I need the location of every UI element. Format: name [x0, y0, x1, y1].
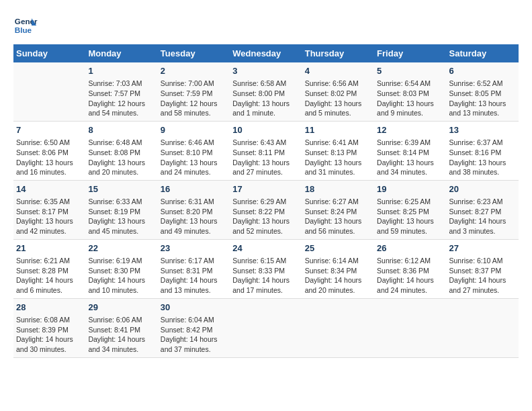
day-number: 13 [449, 124, 516, 136]
day-info: Sunrise: 6:10 AM Sunset: 8:37 PM Dayligh… [449, 256, 516, 295]
day-info: Sunrise: 6:23 AM Sunset: 8:27 PM Dayligh… [449, 197, 516, 236]
day-cell [447, 298, 519, 357]
day-number: 15 [88, 183, 154, 195]
day-info: Sunrise: 6:41 AM Sunset: 8:13 PM Dayligh… [305, 138, 371, 177]
calendar-table: SundayMondayTuesdayWednesdayThursdayFrid… [13, 44, 519, 358]
day-cell: 20Sunrise: 6:23 AM Sunset: 8:27 PM Dayli… [447, 180, 519, 239]
day-info: Sunrise: 6:52 AM Sunset: 8:05 PM Dayligh… [449, 79, 516, 118]
page-header: General Blue [13, 13, 519, 38]
day-info: Sunrise: 6:37 AM Sunset: 8:16 PM Dayligh… [449, 138, 516, 177]
day-cell: 6Sunrise: 6:52 AM Sunset: 8:05 PM Daylig… [447, 62, 519, 121]
logo-icon: General Blue [13, 13, 38, 38]
week-row-3: 14Sunrise: 6:35 AM Sunset: 8:17 PM Dayli… [13, 180, 519, 239]
day-cell: 17Sunrise: 6:29 AM Sunset: 8:22 PM Dayli… [230, 180, 302, 239]
svg-text:Blue: Blue [15, 26, 32, 34]
day-cell: 29Sunrise: 6:06 AM Sunset: 8:41 PM Dayli… [85, 298, 157, 357]
day-info: Sunrise: 6:54 AM Sunset: 8:03 PM Dayligh… [377, 79, 443, 118]
day-number: 30 [161, 302, 227, 314]
day-number: 6 [449, 65, 516, 77]
day-info: Sunrise: 6:14 AM Sunset: 8:34 PM Dayligh… [305, 256, 371, 295]
day-cell: 9Sunrise: 6:46 AM Sunset: 8:10 PM Daylig… [158, 121, 230, 180]
week-row-1: 1Sunrise: 7:03 AM Sunset: 7:57 PM Daylig… [13, 62, 519, 121]
day-number: 21 [16, 242, 83, 255]
day-cell: 5Sunrise: 6:54 AM Sunset: 8:03 PM Daylig… [374, 62, 446, 121]
day-cell: 3Sunrise: 6:58 AM Sunset: 8:00 PM Daylig… [230, 62, 302, 121]
day-cell [374, 298, 446, 357]
day-info: Sunrise: 6:04 AM Sunset: 8:42 PM Dayligh… [161, 315, 227, 355]
day-cell: 15Sunrise: 6:33 AM Sunset: 8:19 PM Dayli… [85, 180, 157, 239]
day-cell [13, 62, 85, 121]
column-headers: SundayMondayTuesdayWednesdayThursdayFrid… [13, 44, 519, 62]
day-info: Sunrise: 6:06 AM Sunset: 8:41 PM Dayligh… [88, 315, 154, 355]
day-number: 24 [232, 242, 299, 255]
day-cell: 24Sunrise: 6:15 AM Sunset: 8:33 PM Dayli… [230, 239, 302, 298]
day-number: 20 [449, 183, 516, 195]
day-number: 16 [161, 183, 227, 195]
column-header-tuesday: Tuesday [158, 44, 230, 62]
column-header-friday: Friday [374, 44, 446, 62]
day-number: 2 [161, 65, 227, 77]
calendar-body: 1Sunrise: 7:03 AM Sunset: 7:57 PM Daylig… [13, 62, 519, 357]
day-cell: 4Sunrise: 6:56 AM Sunset: 8:02 PM Daylig… [302, 62, 374, 121]
day-info: Sunrise: 6:31 AM Sunset: 8:20 PM Dayligh… [161, 197, 227, 236]
day-number: 11 [305, 124, 371, 136]
week-row-2: 7Sunrise: 6:50 AM Sunset: 8:06 PM Daylig… [13, 121, 519, 180]
day-cell: 14Sunrise: 6:35 AM Sunset: 8:17 PM Dayli… [13, 180, 85, 239]
day-cell: 25Sunrise: 6:14 AM Sunset: 8:34 PM Dayli… [302, 239, 374, 298]
day-info: Sunrise: 6:17 AM Sunset: 8:31 PM Dayligh… [161, 256, 227, 295]
column-header-thursday: Thursday [302, 44, 374, 62]
day-info: Sunrise: 6:48 AM Sunset: 8:08 PM Dayligh… [88, 138, 154, 177]
column-header-saturday: Saturday [447, 44, 519, 62]
day-info: Sunrise: 6:15 AM Sunset: 8:33 PM Dayligh… [232, 256, 299, 295]
day-cell: 12Sunrise: 6:39 AM Sunset: 8:14 PM Dayli… [374, 121, 446, 180]
day-info: Sunrise: 6:08 AM Sunset: 8:39 PM Dayligh… [16, 315, 83, 355]
column-header-monday: Monday [85, 44, 157, 62]
day-cell: 11Sunrise: 6:41 AM Sunset: 8:13 PM Dayli… [302, 121, 374, 180]
logo: General Blue [13, 13, 38, 38]
day-cell: 21Sunrise: 6:21 AM Sunset: 8:28 PM Dayli… [13, 239, 85, 298]
day-number: 3 [232, 65, 299, 77]
day-number: 23 [161, 242, 227, 255]
column-header-wednesday: Wednesday [230, 44, 302, 62]
day-number: 29 [88, 302, 154, 314]
day-info: Sunrise: 6:25 AM Sunset: 8:25 PM Dayligh… [377, 197, 443, 236]
day-cell: 22Sunrise: 6:19 AM Sunset: 8:30 PM Dayli… [85, 239, 157, 298]
day-cell: 27Sunrise: 6:10 AM Sunset: 8:37 PM Dayli… [447, 239, 519, 298]
day-info: Sunrise: 6:58 AM Sunset: 8:00 PM Dayligh… [232, 79, 299, 118]
day-number: 17 [232, 183, 299, 195]
day-number: 7 [16, 124, 83, 136]
day-cell: 13Sunrise: 6:37 AM Sunset: 8:16 PM Dayli… [447, 121, 519, 180]
column-header-sunday: Sunday [13, 44, 85, 62]
day-number: 26 [377, 242, 443, 255]
day-cell: 7Sunrise: 6:50 AM Sunset: 8:06 PM Daylig… [13, 121, 85, 180]
day-number: 19 [377, 183, 443, 195]
day-info: Sunrise: 6:21 AM Sunset: 8:28 PM Dayligh… [16, 256, 83, 295]
day-info: Sunrise: 6:19 AM Sunset: 8:30 PM Dayligh… [88, 256, 154, 295]
day-cell: 2Sunrise: 7:00 AM Sunset: 7:59 PM Daylig… [158, 62, 230, 121]
day-info: Sunrise: 6:56 AM Sunset: 8:02 PM Dayligh… [305, 79, 371, 118]
day-info: Sunrise: 6:35 AM Sunset: 8:17 PM Dayligh… [16, 197, 83, 236]
day-info: Sunrise: 6:43 AM Sunset: 8:11 PM Dayligh… [232, 138, 299, 177]
day-cell: 28Sunrise: 6:08 AM Sunset: 8:39 PM Dayli… [13, 298, 85, 357]
day-info: Sunrise: 6:39 AM Sunset: 8:14 PM Dayligh… [377, 138, 443, 177]
day-info: Sunrise: 6:46 AM Sunset: 8:10 PM Dayligh… [161, 138, 227, 177]
day-cell: 10Sunrise: 6:43 AM Sunset: 8:11 PM Dayli… [230, 121, 302, 180]
week-row-5: 28Sunrise: 6:08 AM Sunset: 8:39 PM Dayli… [13, 298, 519, 357]
day-number: 8 [88, 124, 154, 136]
day-cell: 30Sunrise: 6:04 AM Sunset: 8:42 PM Dayli… [158, 298, 230, 357]
day-number: 1 [88, 65, 154, 77]
day-cell [230, 298, 302, 357]
day-number: 4 [305, 65, 371, 77]
day-info: Sunrise: 6:29 AM Sunset: 8:22 PM Dayligh… [232, 197, 299, 236]
day-number: 14 [16, 183, 83, 195]
day-info: Sunrise: 7:00 AM Sunset: 7:59 PM Dayligh… [161, 79, 227, 118]
day-number: 27 [449, 242, 516, 255]
day-info: Sunrise: 6:27 AM Sunset: 8:24 PM Dayligh… [305, 197, 371, 236]
day-cell: 19Sunrise: 6:25 AM Sunset: 8:25 PM Dayli… [374, 180, 446, 239]
day-number: 18 [305, 183, 371, 195]
day-cell: 23Sunrise: 6:17 AM Sunset: 8:31 PM Dayli… [158, 239, 230, 298]
day-number: 12 [377, 124, 443, 136]
day-number: 28 [16, 302, 83, 314]
day-number: 22 [88, 242, 154, 255]
day-cell [302, 298, 374, 357]
